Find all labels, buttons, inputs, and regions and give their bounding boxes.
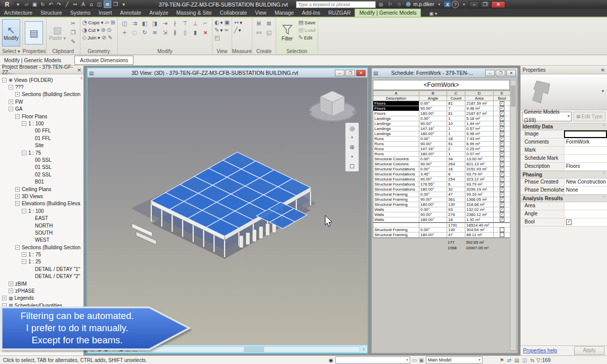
property-value-bool[interactable]: ✓ (564, 218, 607, 226)
collapse-icon[interactable]: − (15, 245, 20, 250)
cell-description[interactable]: Structural Framing (373, 202, 419, 207)
workset-combobox[interactable]: ▾ (335, 356, 410, 363)
collapse-section-icon[interactable]: ˆ (603, 196, 605, 201)
search-input[interactable] (296, 1, 376, 8)
scale-icon[interactable]: ◔ (90, 346, 95, 352)
checkbox-checked-icon[interactable]: ✓ (500, 202, 504, 207)
cell-angle[interactable]: 90.00° (419, 142, 447, 147)
cell-area[interactable]: 304.54 m² (465, 228, 494, 233)
array-icon[interactable]: ≡ (150, 28, 159, 37)
tree-item-sections-building-section[interactable]: +Sections (Building Section (0, 91, 83, 98)
tab-collaborate[interactable]: Collaborate (216, 9, 251, 17)
type-preview[interactable]: ▾ (521, 74, 607, 110)
cell-angle[interactable]: 90.00° (419, 106, 447, 111)
cell-area[interactable]: 0.25 m² (465, 147, 494, 152)
steering-wheel-icon[interactable]: ◎ (350, 125, 355, 132)
cell-area[interactable]: 9.46 m² (465, 106, 494, 111)
cell-bool[interactable]: ✓ (494, 217, 510, 222)
checkbox-checked-icon[interactable]: ✓ (500, 142, 504, 146)
tree-item-elevations-building-eleva[interactable]: −Elevations (Building Eleva (0, 200, 83, 207)
cell-area[interactable]: 93.79 m² (465, 182, 494, 187)
cell-area[interactable]: 2187.67 m² (465, 111, 494, 116)
cell-area[interactable]: 0.07 m² (465, 152, 494, 157)
override-graphics-button[interactable]: ✎▾ (214, 27, 223, 33)
assembly-icon[interactable]: ⊠ (265, 19, 274, 28)
cell-description[interactable]: Walls (373, 207, 419, 212)
cell-description[interactable]: Landings (373, 131, 419, 136)
unlock-icon[interactable]: ▮ (191, 28, 200, 37)
tab-annotate[interactable]: Annotate (116, 9, 145, 17)
cell-description[interactable]: Structural Foundations (373, 177, 419, 182)
cell-description[interactable]: Landings (373, 121, 419, 126)
viewcube[interactable]: W S E N (309, 91, 356, 125)
tab-systems[interactable]: Systems (66, 9, 95, 17)
cell-area[interactable]: 13.00 m² (465, 157, 494, 162)
cell-angle[interactable]: 0.00° (419, 207, 447, 212)
checkbox-checked-icon[interactable]: ✓ (500, 192, 504, 197)
section-header-analysis-results[interactable]: Analysis Resultsˆ (521, 195, 607, 202)
copy-icon[interactable]: ❐ (69, 28, 78, 37)
view3d-title-bar[interactable]: ▤ 3D View: (3D) - 379-TEN-GF-ZZ-M3-CFB-S… (88, 68, 367, 78)
orbit-icon[interactable]: ◻ (350, 162, 355, 169)
property-value-phase-created[interactable]: New Construction (564, 178, 607, 186)
cell-count[interactable]: 18 (447, 136, 465, 142)
view3d-close-button[interactable]: ✕ (356, 70, 366, 76)
legend-component-icon[interactable]: ⊞ (254, 19, 264, 28)
tree-item-1-75[interactable]: −1 : 75 (0, 149, 83, 156)
detail-level-icon[interactable]: ◑ (97, 346, 102, 352)
worksets-icon[interactable]: ◉ (329, 357, 333, 363)
collapse-icon[interactable]: − (22, 151, 26, 155)
cell-angle[interactable]: 180.00° (419, 111, 447, 116)
cell-angle[interactable]: 90.00° (419, 162, 447, 167)
cell-angle[interactable]: 0.00° (419, 157, 447, 162)
tree-item-1-25[interactable]: −1 : 25 (0, 258, 83, 265)
shadows-icon[interactable]: ◨ (118, 346, 122, 352)
view3d-minimize-button[interactable]: – (335, 70, 344, 76)
schedule-minimize-button[interactable]: – (485, 70, 495, 76)
paste-button[interactable]: ▧Paste ▾ (49, 19, 67, 47)
checkbox-checked-icon[interactable]: ✓ (500, 131, 504, 136)
cell-bool[interactable]: ✓ (494, 116, 510, 121)
tree-item-detail-detay-1[interactable]: DETAIL / DETAY "1" (0, 265, 83, 272)
expand-icon[interactable]: + (15, 194, 20, 199)
cell-area[interactable]: 7.43 m² (465, 136, 494, 142)
tree-item-01-ffl[interactable]: 01 FFL (0, 134, 83, 142)
collapse-section-icon[interactable]: ˆ (603, 124, 605, 129)
cell-description[interactable]: Structural Framing (373, 192, 419, 197)
property-value-schedule-mark[interactable] (564, 155, 607, 162)
cell-angle[interactable]: 180.00° (419, 217, 447, 222)
mirror-pick-icon[interactable]: ◨ (150, 19, 159, 28)
cell-area[interactable]: 132.02 m² (465, 207, 494, 212)
cell-angle[interactable]: 0.00° (419, 228, 447, 233)
checkbox-checked-icon[interactable]: ✓ (500, 147, 504, 151)
tree-item-schedules-quantities[interactable]: −▦Schedules/Quantities (0, 302, 83, 309)
cell-count[interactable]: 16 (447, 167, 465, 172)
cell-description[interactable]: Structural Foundations (373, 187, 419, 192)
cope-button[interactable]: ◔Cope ▾ (82, 19, 104, 26)
cell-area[interactable]: 93.79 m² (465, 172, 494, 177)
analytical-model-icon[interactable]: ◫ (522, 357, 527, 363)
cell-angle[interactable]: 0.00° (419, 167, 447, 172)
cut-geometry-button[interactable]: ◑Cut ▾ (82, 27, 100, 33)
cell-area[interactable]: 318.68 m² (465, 202, 494, 207)
zoom-chevron-icon[interactable]: ▾ (351, 155, 353, 159)
cell-area[interactable]: 1.92 m² (465, 217, 494, 222)
expand-icon[interactable]: + (15, 187, 20, 192)
collapse-section-icon[interactable]: ˆ (603, 172, 605, 177)
cell-bool[interactable]: ✓ (494, 197, 510, 202)
checkbox-checked-icon[interactable]: ✓ (566, 219, 572, 225)
cell-count[interactable]: 18 (447, 217, 465, 222)
property-value-description[interactable]: Floors (564, 163, 607, 170)
activate-dimensions-button[interactable]: Activate Dimensions (74, 56, 134, 65)
cell-angle[interactable]: 90.00° (419, 212, 447, 217)
checkbox-checked-icon[interactable]: ✓ (500, 136, 504, 141)
cell-angle[interactable]: 0.00° (419, 101, 447, 106)
redo-icon[interactable]: ↷ (55, 1, 63, 8)
default-3d-view-icon[interactable]: ⌂ (88, 1, 95, 8)
properties-toggle-button[interactable]: ▤ (25, 21, 43, 44)
project-browser-close-icon[interactable]: ✕ (77, 67, 81, 73)
checkbox-checked-icon[interactable]: ✓ (500, 207, 504, 212)
cell-bool[interactable]: ✓ (494, 147, 510, 152)
cell-count[interactable]: 130 (447, 202, 465, 207)
cell-count[interactable]: 254 (447, 177, 465, 182)
